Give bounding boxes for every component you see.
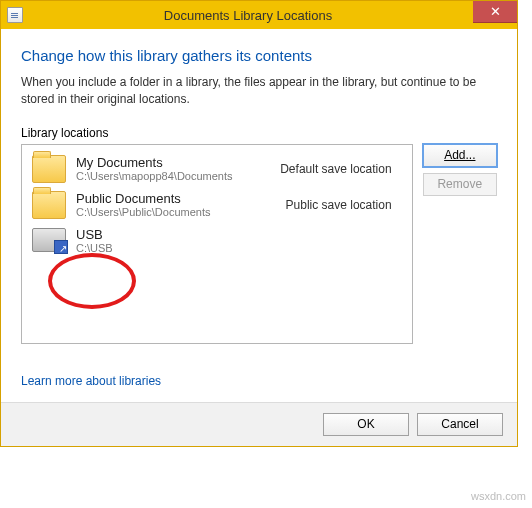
- description-text: When you include a folder in a library, …: [21, 74, 497, 108]
- remove-button-label: Remove: [437, 177, 482, 191]
- add-button[interactable]: Add...: [423, 144, 497, 167]
- page-heading: Change how this library gathers its cont…: [21, 47, 497, 64]
- location-path: C:\USB: [76, 242, 382, 254]
- location-item[interactable]: Public Documents C:\Users\Public\Documen…: [22, 187, 412, 223]
- close-icon: ✕: [490, 4, 501, 19]
- close-button[interactable]: ✕: [473, 1, 517, 23]
- watermark: wsxdn.com: [471, 490, 526, 502]
- drive-icon: [32, 228, 66, 252]
- side-buttons: Add... Remove: [423, 144, 497, 196]
- dialog-window: Documents Library Locations ✕ Change how…: [0, 0, 518, 447]
- location-item[interactable]: USB C:\USB: [22, 223, 412, 258]
- dialog-footer: OK Cancel: [1, 402, 517, 446]
- learn-more-link[interactable]: Learn more about libraries: [21, 374, 161, 388]
- add-button-label: Add...: [444, 148, 475, 162]
- remove-button: Remove: [423, 173, 497, 196]
- location-text: Public Documents C:\Users\Public\Documen…: [76, 191, 276, 218]
- window-title: Documents Library Locations: [23, 8, 473, 23]
- location-name: My Documents: [76, 155, 270, 170]
- content-area: Change how this library gathers its cont…: [1, 29, 517, 402]
- location-name: Public Documents: [76, 191, 276, 206]
- section-label: Library locations: [21, 126, 497, 140]
- document-icon: [7, 7, 23, 23]
- location-name: USB: [76, 227, 382, 242]
- locations-list[interactable]: My Documents C:\Users\mapopp84\Documents…: [21, 144, 413, 344]
- location-item[interactable]: My Documents C:\Users\mapopp84\Documents…: [22, 151, 412, 187]
- ok-button[interactable]: OK: [323, 413, 409, 436]
- location-path: C:\Users\Public\Documents: [76, 206, 276, 218]
- location-text: USB C:\USB: [76, 227, 382, 254]
- location-tag: Default save location: [280, 162, 401, 176]
- location-path: C:\Users\mapopp84\Documents: [76, 170, 270, 182]
- folder-icon: [32, 155, 66, 183]
- cancel-button-label: Cancel: [441, 417, 478, 431]
- annotation-circle: [48, 253, 136, 309]
- location-text: My Documents C:\Users\mapopp84\Documents: [76, 155, 270, 182]
- ok-button-label: OK: [357, 417, 374, 431]
- cancel-button[interactable]: Cancel: [417, 413, 503, 436]
- titlebar: Documents Library Locations ✕: [1, 1, 517, 29]
- folder-icon: [32, 191, 66, 219]
- location-tag: Public save location: [286, 198, 402, 212]
